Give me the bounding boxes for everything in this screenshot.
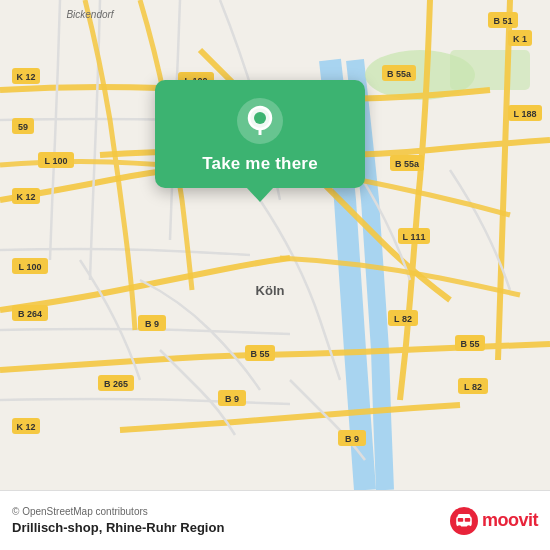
road-badge-b265: B 265: [98, 375, 134, 391]
svg-text:B 9: B 9: [345, 434, 359, 444]
svg-text:L 82: L 82: [394, 314, 412, 324]
road-badge-k1: K 1: [508, 30, 532, 46]
svg-text:K 1: K 1: [513, 34, 527, 44]
road-badge-k12-3: K 12: [12, 418, 40, 434]
road-badge-k12: K 12: [12, 68, 40, 84]
road-badge-b55: B 55: [245, 345, 275, 361]
svg-text:L 82: L 82: [464, 382, 482, 392]
location-icon-wrap: [237, 98, 283, 144]
city-label: Köln: [256, 283, 285, 298]
road-badge-59: 59: [12, 118, 34, 134]
svg-point-48: [254, 112, 266, 124]
road-badge-l82: L 82: [388, 310, 418, 326]
map-background: B 9 B 9 B 9 B 51 B 55a B 55a B 55: [0, 0, 550, 490]
moovit-text: moovit: [482, 510, 538, 531]
svg-text:B 9: B 9: [145, 319, 159, 329]
attribution-text: © OpenStreetMap contributors: [12, 506, 450, 517]
road-badge-l111: L 111: [398, 228, 430, 244]
svg-text:K 12: K 12: [16, 72, 35, 82]
svg-text:B 55a: B 55a: [387, 69, 412, 79]
svg-rect-56: [465, 517, 470, 521]
location-name: Drillisch-shop, Rhine-Ruhr Region: [12, 520, 450, 535]
map-container: B 9 B 9 B 9 B 51 B 55a B 55a B 55: [0, 0, 550, 490]
svg-text:59: 59: [18, 122, 28, 132]
area-label-bickendorf: Bickendorf: [66, 9, 114, 20]
svg-text:B 265: B 265: [104, 379, 128, 389]
road-badge-b55a: B 55a: [382, 65, 416, 81]
road-badge-l188: L 188: [508, 105, 542, 121]
svg-text:B 55: B 55: [250, 349, 269, 359]
svg-text:B 9: B 9: [225, 394, 239, 404]
road-badge-b9: B 9: [138, 315, 166, 331]
svg-text:L 100: L 100: [19, 262, 42, 272]
road-badge-b264: B 264: [12, 305, 48, 321]
road-badge-k12-2: K 12: [12, 188, 40, 204]
road-badge-b55a-2: B 55a: [390, 155, 424, 171]
svg-rect-2: [450, 50, 530, 90]
road-badge-b9-2: B 9: [218, 390, 246, 406]
svg-rect-55: [458, 517, 463, 521]
svg-text:L 188: L 188: [514, 109, 537, 119]
svg-text:L 111: L 111: [403, 232, 426, 242]
moovit-icon-svg: [450, 507, 478, 535]
popup-card[interactable]: Take me there: [155, 80, 365, 188]
svg-text:K 12: K 12: [16, 422, 35, 432]
road-badge-l100-2: L 100: [38, 152, 74, 168]
svg-text:B 51: B 51: [493, 16, 512, 26]
road-badge-b9-3: B 9: [338, 430, 366, 446]
svg-text:B 264: B 264: [18, 309, 42, 319]
svg-text:B 55: B 55: [460, 339, 479, 349]
road-badge-b55-2: B 55: [455, 335, 485, 351]
road-badge-l100-3: L 100: [12, 258, 48, 274]
road-badge-b51: B 51: [488, 12, 518, 28]
svg-text:K 12: K 12: [16, 192, 35, 202]
bottom-left: © OpenStreetMap contributors Drillisch-s…: [12, 506, 450, 535]
svg-text:L 100: L 100: [45, 156, 68, 166]
moovit-logo: moovit: [450, 507, 538, 535]
location-pin-icon: [246, 105, 274, 137]
svg-text:B 55a: B 55a: [395, 159, 420, 169]
road-badge-l82-2: L 82: [458, 378, 488, 394]
svg-point-54: [467, 525, 471, 529]
bottom-bar: © OpenStreetMap contributors Drillisch-s…: [0, 490, 550, 550]
svg-point-53: [457, 525, 461, 529]
take-me-there-button[interactable]: Take me there: [202, 154, 318, 174]
